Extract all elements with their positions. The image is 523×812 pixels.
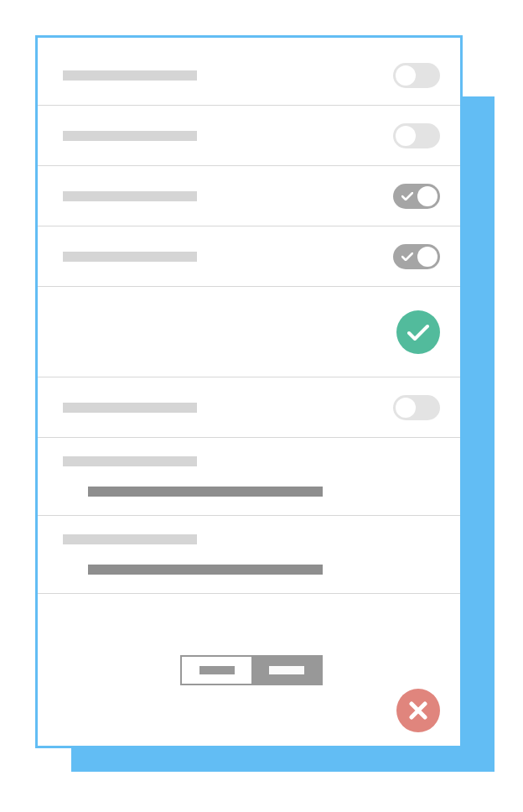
toggle-knob	[396, 126, 416, 146]
setting-label	[63, 403, 197, 413]
setting-row-6	[38, 377, 460, 438]
toggle-3[interactable]	[393, 184, 440, 209]
close-icon[interactable]	[396, 689, 440, 732]
toggle-6[interactable]	[393, 395, 440, 420]
panel-footer	[38, 594, 460, 746]
setting-row-4	[38, 226, 460, 287]
toggle-2[interactable]	[393, 123, 440, 148]
segment-left[interactable]	[182, 657, 251, 684]
check-icon	[401, 252, 413, 261]
segment-right[interactable]	[251, 657, 321, 684]
toggle-knob	[417, 247, 438, 267]
section-heading	[63, 456, 197, 466]
setting-label	[63, 252, 197, 262]
section-detail	[88, 487, 323, 497]
setting-label	[63, 191, 197, 201]
segment-right-label	[269, 666, 304, 674]
setting-label	[63, 70, 197, 81]
setting-row-3	[38, 166, 460, 226]
toggle-1[interactable]	[393, 63, 440, 88]
toggle-knob	[396, 65, 416, 86]
setting-label	[63, 131, 197, 141]
check-icon	[401, 192, 413, 200]
toggle-knob	[417, 186, 438, 206]
section-1	[38, 438, 460, 516]
section-heading	[63, 534, 197, 544]
segmented-control[interactable]	[180, 655, 323, 685]
setting-row-1	[38, 38, 460, 106]
toggle-knob	[396, 398, 416, 418]
toggle-4[interactable]	[393, 244, 440, 269]
segment-left-label	[199, 666, 235, 674]
success-check-icon[interactable]	[396, 310, 440, 354]
setting-row-5	[38, 287, 460, 377]
setting-row-2	[38, 106, 460, 166]
section-2	[38, 516, 460, 594]
section-detail	[88, 565, 323, 575]
settings-panel	[35, 35, 463, 748]
